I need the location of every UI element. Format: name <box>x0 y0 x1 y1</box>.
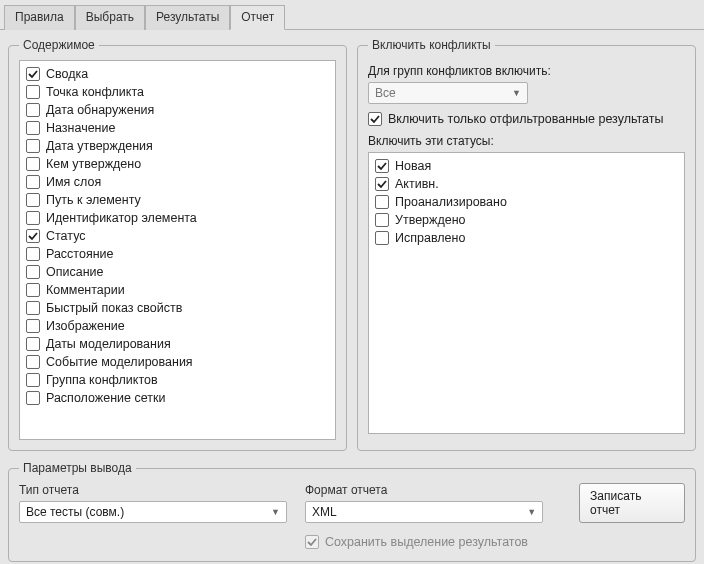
content-item-checkbox[interactable] <box>26 301 40 315</box>
content-item-row[interactable]: Расположение сетки <box>26 389 329 407</box>
tab-rules[interactable]: Правила <box>4 5 75 30</box>
content-item-label: Расстояние <box>46 247 114 261</box>
content-item-checkbox[interactable] <box>26 229 40 243</box>
content-item-row[interactable]: Назначение <box>26 119 329 137</box>
content-item-row[interactable]: Дата утверждения <box>26 137 329 155</box>
content-item-row[interactable]: Группа конфликтов <box>26 371 329 389</box>
content-item-label: Дата утверждения <box>46 139 153 153</box>
content-item-label: Событие моделирования <box>46 355 193 369</box>
content-item-checkbox[interactable] <box>26 211 40 225</box>
content-item-label: Идентификатор элемента <box>46 211 197 225</box>
content-listbox[interactable]: СводкаТочка конфликтаДата обнаруженияНаз… <box>19 60 336 440</box>
content-item-row[interactable]: Даты моделирования <box>26 335 329 353</box>
content-item-label: Точка конфликта <box>46 85 144 99</box>
status-item-checkbox[interactable] <box>375 177 389 191</box>
content-item-checkbox[interactable] <box>26 139 40 153</box>
write-report-button[interactable]: Записать отчет <box>579 483 685 523</box>
content-item-checkbox[interactable] <box>26 373 40 387</box>
content-item-row[interactable]: Дата обнаружения <box>26 101 329 119</box>
content-item-row[interactable]: Расстояние <box>26 245 329 263</box>
report-type-value: Все тесты (совм.) <box>26 505 124 519</box>
status-item-label: Новая <box>395 159 431 173</box>
content-item-row[interactable]: Точка конфликта <box>26 83 329 101</box>
status-item-row[interactable]: Активн. <box>375 175 678 193</box>
content-item-checkbox[interactable] <box>26 67 40 81</box>
status-item-label: Активн. <box>395 177 439 191</box>
output-legend: Параметры вывода <box>19 461 136 475</box>
tab-select[interactable]: Выбрать <box>75 5 145 30</box>
status-item-checkbox[interactable] <box>375 159 389 173</box>
chevron-down-icon: ▼ <box>512 88 521 98</box>
chevron-down-icon: ▼ <box>271 507 280 517</box>
content-item-checkbox[interactable] <box>26 247 40 261</box>
statuses-listbox[interactable]: НоваяАктивн.ПроанализированоУтвержденоИс… <box>368 152 685 434</box>
report-type-dropdown[interactable]: Все тесты (совм.) ▼ <box>19 501 287 523</box>
conflict-groups-label: Для групп конфликтов включить: <box>368 64 685 78</box>
content-item-row[interactable]: Статус <box>26 227 329 245</box>
content-item-checkbox[interactable] <box>26 265 40 279</box>
output-fieldset: Параметры вывода Тип отчета Все тесты (с… <box>8 461 696 562</box>
status-item-checkbox[interactable] <box>375 195 389 209</box>
content-legend: Содержимое <box>19 38 99 52</box>
content-item-row[interactable]: Сводка <box>26 65 329 83</box>
content-item-row[interactable]: Событие моделирования <box>26 353 329 371</box>
content-item-label: Путь к элементу <box>46 193 141 207</box>
include-statuses-label: Включить эти статусы: <box>368 134 685 148</box>
tab-bar: Правила Выбрать Результаты Отчет <box>0 0 704 30</box>
content-item-label: Изображение <box>46 319 125 333</box>
content-item-checkbox[interactable] <box>26 85 40 99</box>
status-item-label: Утверждено <box>395 213 466 227</box>
content-item-label: Комментарии <box>46 283 125 297</box>
save-highlight-checkbox <box>305 535 319 549</box>
status-item-row[interactable]: Исправлено <box>375 229 678 247</box>
report-format-dropdown[interactable]: XML ▼ <box>305 501 543 523</box>
report-format-value: XML <box>312 505 337 519</box>
filtered-results-label: Включить только отфильтрованные результа… <box>388 112 663 126</box>
conflict-groups-dropdown[interactable]: Все ▼ <box>368 82 528 104</box>
status-item-label: Исправлено <box>395 231 465 245</box>
status-item-checkbox[interactable] <box>375 231 389 245</box>
filtered-results-checkbox[interactable] <box>368 112 382 126</box>
tab-results[interactable]: Результаты <box>145 5 230 30</box>
status-item-row[interactable]: Утверждено <box>375 211 678 229</box>
report-type-label: Тип отчета <box>19 483 287 497</box>
content-item-checkbox[interactable] <box>26 175 40 189</box>
content-item-label: Дата обнаружения <box>46 103 154 117</box>
content-item-label: Расположение сетки <box>46 391 165 405</box>
content-fieldset: Содержимое СводкаТочка конфликтаДата обн… <box>8 38 347 451</box>
content-item-row[interactable]: Описание <box>26 263 329 281</box>
content-item-label: Даты моделирования <box>46 337 171 351</box>
content-item-checkbox[interactable] <box>26 355 40 369</box>
status-item-row[interactable]: Проанализировано <box>375 193 678 211</box>
status-item-row[interactable]: Новая <box>375 157 678 175</box>
content-item-row[interactable]: Путь к элементу <box>26 191 329 209</box>
content-item-label: Кем утверждено <box>46 157 141 171</box>
content-item-checkbox[interactable] <box>26 391 40 405</box>
conflicts-legend: Включить конфликты <box>368 38 495 52</box>
content-item-label: Имя слоя <box>46 175 101 189</box>
content-item-checkbox[interactable] <box>26 337 40 351</box>
content-item-row[interactable]: Кем утверждено <box>26 155 329 173</box>
content-item-checkbox[interactable] <box>26 283 40 297</box>
conflicts-fieldset: Включить конфликты Для групп конфликтов … <box>357 38 696 451</box>
content-item-checkbox[interactable] <box>26 103 40 117</box>
content-item-row[interactable]: Имя слоя <box>26 173 329 191</box>
content-item-label: Сводка <box>46 67 88 81</box>
conflict-groups-value: Все <box>375 86 396 100</box>
content-item-checkbox[interactable] <box>26 157 40 171</box>
content-item-label: Группа конфликтов <box>46 373 158 387</box>
save-highlight-label: Сохранить выделение результатов <box>325 535 528 549</box>
content-item-row[interactable]: Идентификатор элемента <box>26 209 329 227</box>
content-item-row[interactable]: Комментарии <box>26 281 329 299</box>
status-item-checkbox[interactable] <box>375 213 389 227</box>
content-item-row[interactable]: Быстрый показ свойств <box>26 299 329 317</box>
content-item-checkbox[interactable] <box>26 121 40 135</box>
status-item-label: Проанализировано <box>395 195 507 209</box>
content-item-label: Назначение <box>46 121 115 135</box>
tab-report[interactable]: Отчет <box>230 5 285 30</box>
content-item-checkbox[interactable] <box>26 193 40 207</box>
content-item-checkbox[interactable] <box>26 319 40 333</box>
content-item-label: Описание <box>46 265 104 279</box>
chevron-down-icon: ▼ <box>527 507 536 517</box>
content-item-row[interactable]: Изображение <box>26 317 329 335</box>
